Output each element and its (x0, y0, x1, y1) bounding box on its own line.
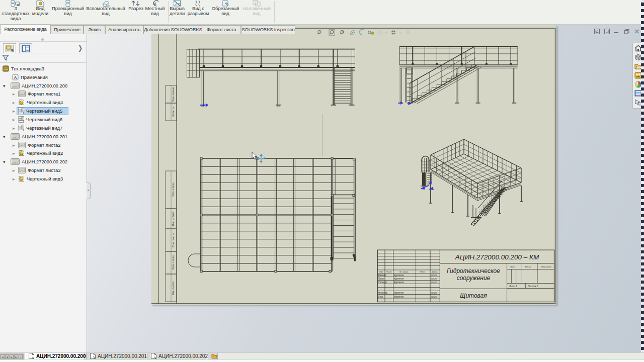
svg-text:Лист 1: Лист 1 (509, 285, 517, 288)
svg-text:Кургечин: Кургечин (394, 292, 404, 294)
svg-text:Масштаб: Масштаб (541, 265, 551, 268)
svg-text:Лит.: Лит. (510, 265, 515, 268)
svg-text:A: A (154, 2, 156, 6)
svg-text:Н.контр.: Н.контр. (378, 292, 388, 294)
svg-text:02.20: 02.20 (431, 281, 437, 284)
svg-text:Подп. и дата: Подп. и дата (172, 183, 175, 197)
svg-text:02.20: 02.20 (431, 274, 437, 277)
svg-text:Кургечин: Кургечин (394, 274, 404, 277)
svg-text:Гидротехническое: Гидротехническое (447, 267, 500, 275)
svg-text:№ докум.: № докум. (399, 270, 409, 273)
svg-text:Перв. примен.: Перв. примен. (172, 86, 175, 102)
svg-text:Изм: Изм (379, 270, 383, 273)
svg-text:АЦИН.272000.00.200 – КМ: АЦИН.272000.00.200 – КМ (455, 253, 539, 261)
svg-text:02.20: 02.20 (431, 278, 437, 280)
svg-text:Разраб.: Разраб. (378, 274, 387, 277)
svg-text:Подп. и дата: Подп. и дата (172, 255, 175, 270)
svg-text:Лист: Лист (386, 270, 392, 273)
svg-text:сооружение: сооружение (457, 275, 491, 282)
svg-text:Т.контр.: Т.контр. (378, 281, 388, 284)
svg-text:02.20: 02.20 (431, 296, 437, 298)
svg-text:Масса: Масса (525, 265, 531, 268)
svg-text:Листов 3: Листов 3 (527, 285, 538, 288)
svg-text:Щитовая: Щитовая (460, 292, 487, 299)
svg-text:Пров.: Пров. (378, 278, 384, 280)
svg-text:Инв. № подл.: Инв. № подл. (172, 281, 175, 295)
svg-text:Кургечин: Кургечин (394, 278, 404, 280)
svg-text:02.20: 02.20 (431, 292, 437, 294)
svg-text:Дата: Дата (431, 270, 438, 273)
svg-text:Утв.: Утв. (378, 296, 383, 298)
svg-text:Кургечин: Кургечин (394, 281, 404, 284)
svg-text:Инв. № дубл.: Инв. № дубл. (172, 212, 175, 226)
svg-text:Подп.: Подп. (420, 270, 425, 273)
svg-text:Справ. №: Справ. № (172, 107, 175, 117)
svg-text:Взам. инв. №: Взам. инв. № (172, 233, 175, 247)
svg-text:A: A (14, 75, 17, 80)
svg-text:Кургечин: Кургечин (394, 296, 404, 298)
